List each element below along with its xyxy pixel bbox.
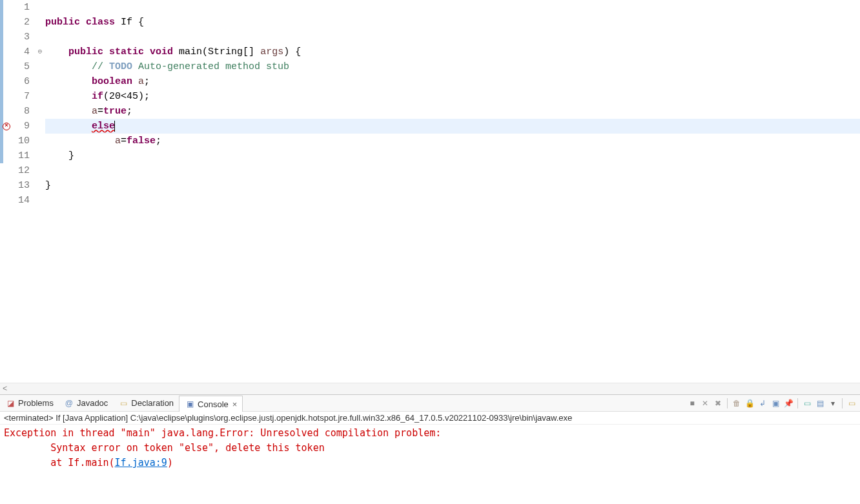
error-marker-icon[interactable]: × xyxy=(3,123,10,130)
tab-label: Javadoc xyxy=(77,398,108,408)
tab-declaration[interactable]: ▭ Declaration xyxy=(113,395,179,411)
line-number: 14 xyxy=(13,193,35,208)
line-number: 5 xyxy=(13,59,35,74)
show-console-button[interactable]: ▣ xyxy=(770,398,781,409)
code-line[interactable]: a=true; xyxy=(45,104,860,119)
code-editor[interactable]: 12345678×91011121314 public class If { p… xyxy=(0,0,860,383)
gutter-marker xyxy=(0,15,13,30)
console-line: at If.main(If.java:9) xyxy=(4,456,856,470)
code-line[interactable]: public class If { xyxy=(45,15,860,30)
stacktrace-link[interactable]: If.java:9 xyxy=(115,457,167,469)
line-number: 13 xyxy=(13,178,35,193)
tab-problems[interactable]: ◪ Problems xyxy=(0,395,59,411)
code-line[interactable]: else xyxy=(45,119,860,134)
code-line[interactable]: a=false; xyxy=(45,134,860,148)
display-selected-button[interactable]: ▭ xyxy=(801,398,813,409)
toolbar-separator xyxy=(842,398,843,408)
line-number: 3 xyxy=(13,30,35,45)
code-line[interactable]: if(20<45); xyxy=(45,89,860,104)
open-console-button[interactable]: ▤ xyxy=(814,398,826,409)
line-number: 4 xyxy=(13,45,35,59)
line-number: 12 xyxy=(13,163,35,178)
code-line[interactable] xyxy=(45,30,860,45)
remove-launch-button[interactable]: ✕ xyxy=(699,398,711,409)
gutter-marker xyxy=(0,74,13,89)
gutter-marker xyxy=(0,163,13,178)
editor-code-area[interactable]: public class If { public static void mai… xyxy=(45,0,860,383)
code-line[interactable]: boolean a; xyxy=(45,74,860,89)
console-process-label: <terminated> If [Java Application] C:\ja… xyxy=(0,412,860,425)
fold-toggle-icon[interactable] xyxy=(35,45,45,59)
code-line[interactable] xyxy=(45,0,860,15)
code-line[interactable]: public static void main(String[] args) { xyxy=(45,45,860,59)
toolbar-separator xyxy=(797,398,798,408)
console-icon: ▣ xyxy=(185,399,195,409)
gutter-marker xyxy=(0,134,13,148)
line-number: 7 xyxy=(13,89,35,104)
code-line[interactable] xyxy=(45,193,860,208)
tab-label: Declaration xyxy=(131,398,174,408)
tab-console[interactable]: ▣ Console × xyxy=(179,396,243,412)
code-line[interactable]: // TODO Auto-generated method stub xyxy=(45,59,860,74)
tab-javadoc[interactable]: @ Javadoc xyxy=(59,395,113,411)
editor-horizontal-scrollbar[interactable]: < xyxy=(0,383,860,394)
gutter-marker xyxy=(0,0,13,15)
scroll-lock-button[interactable]: 🔒 xyxy=(744,398,755,409)
remove-all-launches-button[interactable]: ✖ xyxy=(712,398,724,409)
gutter-marker xyxy=(0,59,13,74)
bottom-view-panel: ◪ Problems @ Javadoc ▭ Declaration ▣ Con… xyxy=(0,394,860,504)
console-line: Exception in thread "main" java.lang.Err… xyxy=(4,426,856,441)
console-dropdown-button[interactable]: ▾ xyxy=(827,398,839,409)
toolbar-separator xyxy=(727,398,728,408)
gutter-marker xyxy=(0,178,13,193)
line-number: 8 xyxy=(13,104,35,119)
console-toolbar: ■ ✕ ✖ 🗑 🔒 ↲ ▣ 📌 ▭ ▤ ▾ ▭ xyxy=(686,398,860,409)
code-line[interactable]: } xyxy=(45,178,860,193)
clear-console-button[interactable]: 🗑 xyxy=(731,398,742,409)
pin-console-button[interactable]: 📌 xyxy=(783,398,794,409)
editor-gutter: 12345678×91011121314 xyxy=(0,0,45,383)
word-wrap-button[interactable]: ↲ xyxy=(757,398,768,409)
gutter-marker xyxy=(0,104,13,119)
javadoc-icon: @ xyxy=(64,398,74,408)
line-number: 9 xyxy=(13,119,35,134)
code-line[interactable] xyxy=(45,163,860,178)
gutter-marker xyxy=(0,193,13,208)
gutter-marker xyxy=(0,89,13,104)
line-number: 11 xyxy=(13,148,35,163)
declaration-icon: ▭ xyxy=(118,398,128,408)
gutter-marker xyxy=(0,45,13,59)
problems-icon: ◪ xyxy=(5,398,15,408)
gutter-marker: × xyxy=(0,119,13,134)
gutter-marker xyxy=(0,148,13,163)
terminate-button[interactable]: ■ xyxy=(686,398,698,409)
line-number: 1 xyxy=(13,0,35,15)
line-number: 6 xyxy=(13,74,35,89)
close-icon[interactable]: × xyxy=(232,399,238,409)
code-line[interactable]: } xyxy=(45,148,860,163)
console-output[interactable]: Exception in thread "main" java.lang.Err… xyxy=(0,425,860,504)
console-line: Syntax error on token "else", delete thi… xyxy=(4,441,856,456)
tab-label: Problems xyxy=(18,398,54,408)
line-number: 10 xyxy=(13,134,35,148)
gutter-marker xyxy=(0,30,13,45)
tab-label: Console xyxy=(198,399,229,409)
line-number: 2 xyxy=(13,15,35,30)
bottom-tabs: ◪ Problems @ Javadoc ▭ Declaration ▣ Con… xyxy=(0,395,860,412)
new-console-button[interactable]: ▭ xyxy=(846,398,857,409)
